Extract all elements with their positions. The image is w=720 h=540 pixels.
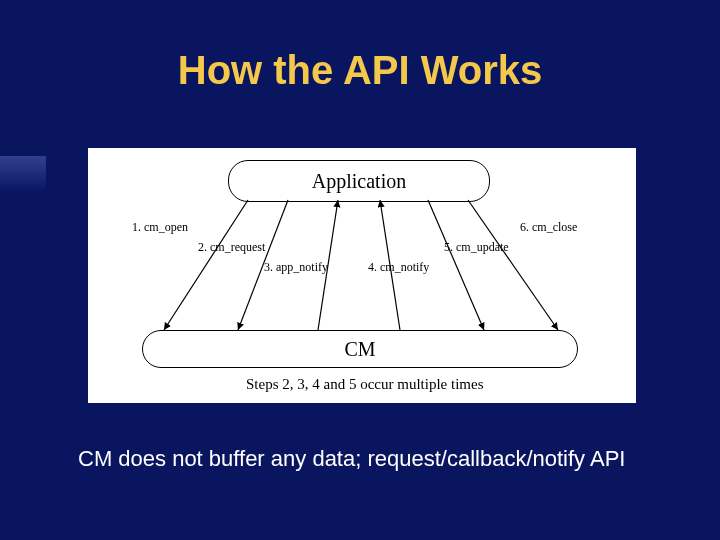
label-cm-notify: 4. cm_notify: [368, 260, 429, 275]
label-cm-open: 1. cm_open: [132, 220, 188, 235]
slide-title: How the API Works: [0, 48, 720, 93]
application-box: Application: [228, 160, 490, 202]
label-app-notify: 3. app_notify: [264, 260, 328, 275]
application-box-label: Application: [312, 170, 406, 193]
cm-box-label: CM: [344, 338, 375, 361]
label-cm-update: 5. cm_update: [444, 240, 509, 255]
decorative-bar: [0, 156, 46, 192]
cm-box: CM: [142, 330, 578, 368]
label-cm-close: 6. cm_close: [520, 220, 577, 235]
label-cm-request: 2. cm_request: [198, 240, 265, 255]
slide-footer: CM does not buffer any data; request/cal…: [78, 446, 625, 472]
arrow-cm-update: [428, 200, 484, 330]
slide: How the API Works Application CM 1. cm_o…: [0, 0, 720, 540]
api-diagram: Application CM 1. cm_open 2. cm_request …: [88, 148, 636, 403]
diagram-caption: Steps 2, 3, 4 and 5 occur multiple times: [246, 376, 483, 393]
